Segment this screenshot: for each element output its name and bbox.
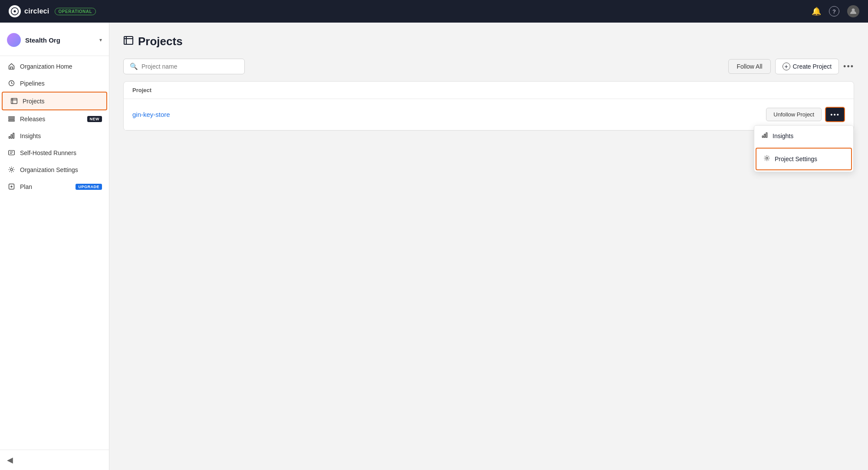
row-more-button[interactable]: ••• — [825, 107, 845, 122]
create-project-label: Create Project — [793, 63, 832, 70]
sidebar-item-insights[interactable]: Insights — [0, 127, 109, 144]
plan-icon — [7, 183, 16, 190]
svg-rect-9 — [11, 135, 12, 139]
home-icon — [7, 63, 16, 70]
org-name: Stealth Org — [25, 36, 95, 44]
search-icon: 🔍 — [130, 63, 138, 70]
dropdown-item-label: Insights — [773, 132, 793, 139]
sidebar-item-label: Projects — [23, 98, 99, 105]
svg-point-12 — [10, 169, 12, 171]
project-link[interactable]: gin-key-store — [132, 111, 766, 118]
sidebar-item-label: Insights — [20, 132, 102, 139]
chevron-down-icon: ▾ — [99, 37, 102, 43]
svg-rect-8 — [9, 136, 10, 138]
svg-rect-14 — [124, 36, 133, 44]
search-input[interactable] — [141, 63, 238, 70]
column-project: Project — [132, 87, 151, 93]
dropdown-item-insights[interactable]: Insights — [754, 126, 853, 146]
search-box[interactable]: 🔍 — [123, 59, 245, 74]
svg-rect-15 — [762, 136, 763, 138]
svg-point-18 — [766, 157, 768, 159]
projects-table: Project gin-key-store Unfollow Project •… — [123, 81, 854, 131]
page-title-row: Projects — [123, 35, 854, 48]
sidebar-item-org-home[interactable]: Organization Home — [0, 58, 109, 75]
svg-rect-4 — [11, 99, 17, 104]
page-title: Projects — [138, 35, 183, 48]
sidebar-item-label: Organization Home — [20, 63, 102, 70]
svg-rect-7 — [8, 120, 14, 121]
sidebar: Stealth Org ▾ Organization Home Pipeline… — [0, 23, 109, 470]
logo-icon — [9, 5, 21, 17]
sidebar-item-org-settings[interactable]: Organization Settings — [0, 161, 109, 178]
help-icon[interactable]: ? — [829, 6, 839, 17]
table-header: Project — [124, 82, 854, 99]
org-avatar — [7, 33, 21, 47]
unfollow-project-button[interactable]: Unfollow Project — [766, 108, 822, 121]
follow-all-button[interactable]: Follow All — [728, 59, 770, 74]
insights-icon — [7, 132, 16, 139]
projects-page-icon — [123, 35, 134, 48]
layout: Stealth Org ▾ Organization Home Pipeline… — [0, 23, 868, 470]
gear-icon — [763, 155, 770, 163]
logo[interactable]: circleci — [9, 5, 49, 17]
dropdown-menu: Insights Project Settings — [754, 125, 854, 172]
main-content: Projects 🔍 Follow All + Create Project •… — [109, 23, 868, 470]
create-project-button[interactable]: + Create Project — [775, 59, 839, 74]
releases-icon — [7, 115, 16, 122]
settings-icon — [7, 166, 16, 173]
svg-point-1 — [14, 10, 16, 13]
sidebar-item-label: Organization Settings — [20, 166, 102, 173]
sidebar-item-releases[interactable]: Releases NEW — [0, 110, 109, 127]
sidebar-item-pipelines[interactable]: Pipelines — [0, 75, 109, 92]
projects-icon — [10, 97, 18, 105]
dropdown-item-project-settings[interactable]: Project Settings — [756, 148, 852, 170]
brand-name: circleci — [24, 7, 49, 15]
svg-rect-11 — [8, 150, 14, 155]
sidebar-item-label: Self-Hosted Runners — [20, 149, 102, 156]
sidebar-item-projects[interactable]: Projects — [2, 92, 107, 110]
user-avatar[interactable] — [847, 5, 859, 17]
operational-badge: OPERATIONAL — [55, 8, 96, 15]
svg-rect-10 — [13, 133, 14, 139]
row-actions: Unfollow Project ••• — [766, 107, 845, 122]
navbar-actions: 🔔 ? — [812, 5, 859, 17]
org-selector[interactable]: Stealth Org ▾ — [0, 30, 109, 54]
pipelines-icon — [7, 79, 16, 87]
toolbar-actions: Follow All + Create Project ••• — [728, 59, 854, 74]
svg-rect-5 — [8, 116, 14, 117]
sidebar-item-label: Releases — [20, 116, 83, 122]
svg-rect-6 — [8, 119, 14, 119]
plus-icon: + — [783, 63, 790, 70]
upgrade-badge: UPGRADE — [76, 184, 102, 190]
sidebar-divider — [0, 56, 109, 56]
svg-rect-16 — [764, 134, 765, 138]
new-badge: NEW — [87, 116, 102, 122]
chart-icon — [761, 132, 768, 140]
navbar: circleci OPERATIONAL 🔔 ? — [0, 0, 868, 23]
toolbar: 🔍 Follow All + Create Project ••• — [123, 59, 854, 74]
dropdown-item-label: Project Settings — [775, 156, 817, 162]
runners-icon — [7, 149, 16, 156]
notification-icon[interactable]: 🔔 — [812, 7, 821, 16]
svg-rect-17 — [766, 132, 767, 137]
sidebar-item-runners[interactable]: Self-Hosted Runners — [0, 144, 109, 161]
sidebar-bottom: ◀ — [0, 450, 109, 470]
more-button[interactable]: ••• — [843, 62, 854, 71]
collapse-button[interactable]: ◀ — [7, 455, 102, 465]
table-row: gin-key-store Unfollow Project ••• Insig… — [124, 99, 854, 130]
sidebar-item-plan[interactable]: Plan UPGRADE — [0, 178, 109, 195]
sidebar-item-label: Plan — [20, 183, 71, 190]
collapse-icon: ◀ — [7, 455, 13, 465]
sidebar-item-label: Pipelines — [20, 80, 102, 87]
